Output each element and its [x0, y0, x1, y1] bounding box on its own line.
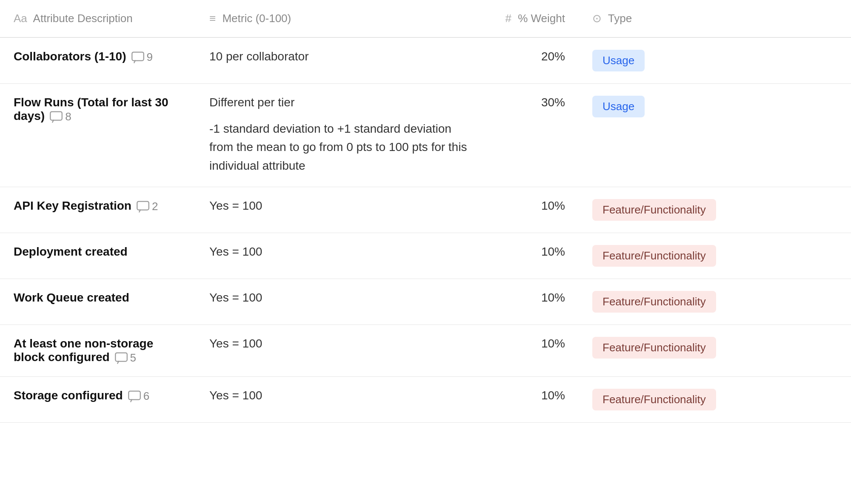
weight-value-deployment: 10% [499, 245, 565, 259]
comment-badge-flow-runs[interactable]: 8 [50, 110, 71, 123]
metric-cell-work-queue: Yes = 100 [196, 279, 485, 325]
attr-name-storage-configured: Storage configured [14, 389, 123, 402]
attr-cell-work-queue: Work Queue created [0, 279, 196, 325]
type-badge-api-key: Feature/Functionality [592, 199, 716, 221]
type-cell-flow-runs: Usage [579, 84, 851, 187]
attr-cell-api-key: API Key Registration2 [0, 187, 196, 233]
metric-cell-block-configured: Yes = 100 [196, 325, 485, 377]
attr-cell-collaborators: Collaborators (1-10)9 [0, 37, 196, 84]
weight-header-icon: # [505, 12, 511, 25]
metric-cell-api-key: Yes = 100 [196, 187, 485, 233]
svg-rect-2 [137, 201, 149, 210]
weight-value-api-key: 10% [499, 199, 565, 213]
comment-count-block-configured: 5 [130, 351, 136, 364]
weight-header-label: % Weight [518, 12, 565, 25]
weight-cell-flow-runs: 30% [485, 84, 579, 187]
comment-icon [115, 352, 128, 364]
weight-cell-api-key: 10% [485, 187, 579, 233]
metric-cell-flow-runs: Different per tier-1 standard deviation … [196, 84, 485, 187]
table-row: Storage configured6Yes = 10010%Feature/F… [0, 377, 851, 423]
metric-header-label: Metric (0-100) [222, 12, 291, 25]
type-cell-work-queue: Feature/Functionality [579, 279, 851, 325]
weight-cell-storage-configured: 10% [485, 377, 579, 423]
header-type: ⊙ Type [579, 0, 851, 37]
attr-cell-flow-runs: Flow Runs (Total for last 30 days)8 [0, 84, 196, 187]
attributes-table: Aa Attribute Description ≡ Metric (0-100… [0, 0, 851, 423]
attr-name-flow-runs: Flow Runs (Total for last 30 days) [14, 96, 168, 122]
weight-value-work-queue: 10% [499, 291, 565, 305]
attr-cell-storage-configured: Storage configured6 [0, 377, 196, 423]
table-container: Aa Attribute Description ≡ Metric (0-100… [0, 0, 851, 504]
type-cell-api-key: Feature/Functionality [579, 187, 851, 233]
weight-value-collaborators: 20% [499, 50, 565, 63]
type-badge-collaborators: Usage [592, 50, 645, 71]
attr-name-api-key: API Key Registration [14, 199, 131, 212]
svg-rect-0 [132, 52, 144, 60]
type-badge-flow-runs: Usage [592, 96, 645, 117]
svg-rect-1 [50, 111, 62, 120]
attr-cell-block-configured: At least one non-storage block configure… [0, 325, 196, 377]
type-badge-storage-configured: Feature/Functionality [592, 389, 716, 410]
svg-rect-3 [115, 353, 127, 361]
attr-name-work-queue: Work Queue created [14, 291, 129, 304]
type-header-label: Type [608, 12, 632, 25]
attr-name-collaborators: Collaborators (1-10) [14, 50, 126, 63]
weight-cell-collaborators: 20% [485, 37, 579, 84]
weight-cell-work-queue: 10% [485, 279, 579, 325]
table-row: Flow Runs (Total for last 30 days)8Diffe… [0, 84, 851, 187]
header-attribute: Aa Attribute Description [0, 0, 196, 37]
comment-count-collaborators: 9 [147, 51, 153, 64]
header-metric: ≡ Metric (0-100) [196, 0, 485, 37]
metric-primary-collaborators: 10 per collaborator [209, 50, 471, 63]
comment-badge-collaborators[interactable]: 9 [131, 51, 153, 64]
type-badge-work-queue: Feature/Functionality [592, 291, 716, 313]
type-cell-collaborators: Usage [579, 37, 851, 84]
comment-icon [128, 390, 141, 402]
comment-count-flow-runs: 8 [65, 110, 71, 123]
weight-cell-block-configured: 10% [485, 325, 579, 377]
comment-icon [131, 51, 144, 63]
attr-cell-deployment: Deployment created [0, 233, 196, 279]
table-row: Deployment createdYes = 10010%Feature/Fu… [0, 233, 851, 279]
table-row: Collaborators (1-10)910 per collaborator… [0, 37, 851, 84]
type-header-icon: ⊙ [592, 12, 602, 25]
weight-value-storage-configured: 10% [499, 389, 565, 402]
table-row: API Key Registration2Yes = 10010%Feature… [0, 187, 851, 233]
comment-icon [50, 111, 63, 123]
weight-value-block-configured: 10% [499, 337, 565, 350]
type-badge-deployment: Feature/Functionality [592, 245, 716, 267]
metric-primary-storage-configured: Yes = 100 [209, 389, 471, 402]
metric-primary-deployment: Yes = 100 [209, 245, 471, 259]
comment-badge-block-configured[interactable]: 5 [115, 351, 136, 364]
type-badge-block-configured: Feature/Functionality [592, 337, 716, 359]
weight-cell-deployment: 10% [485, 233, 579, 279]
metric-primary-api-key: Yes = 100 [209, 199, 471, 213]
attribute-header-icon: Aa [14, 12, 27, 25]
comment-count-storage-configured: 6 [143, 390, 149, 403]
comment-badge-storage-configured[interactable]: 6 [128, 390, 149, 403]
metric-cell-deployment: Yes = 100 [196, 233, 485, 279]
header-weight: # % Weight [485, 0, 579, 37]
metric-cell-storage-configured: Yes = 100 [196, 377, 485, 423]
table-row: At least one non-storage block configure… [0, 325, 851, 377]
comment-count-api-key: 2 [152, 200, 158, 213]
svg-rect-4 [129, 391, 140, 399]
type-cell-deployment: Feature/Functionality [579, 233, 851, 279]
comment-icon [137, 201, 149, 213]
table-row: Work Queue createdYes = 10010%Feature/Fu… [0, 279, 851, 325]
type-cell-storage-configured: Feature/Functionality [579, 377, 851, 423]
type-cell-block-configured: Feature/Functionality [579, 325, 851, 377]
attribute-header-label: Attribute Description [33, 12, 133, 25]
metric-header-icon: ≡ [209, 12, 216, 25]
weight-value-flow-runs: 30% [499, 96, 565, 109]
metric-cell-collaborators: 10 per collaborator [196, 37, 485, 84]
metric-primary-block-configured: Yes = 100 [209, 337, 471, 350]
comment-badge-api-key[interactable]: 2 [137, 200, 158, 213]
attr-name-deployment: Deployment created [14, 245, 128, 258]
metric-primary-flow-runs: Different per tier [209, 96, 471, 109]
metric-sub-flow-runs: -1 standard deviation to +1 standard dev… [209, 120, 471, 175]
metric-primary-work-queue: Yes = 100 [209, 291, 471, 305]
